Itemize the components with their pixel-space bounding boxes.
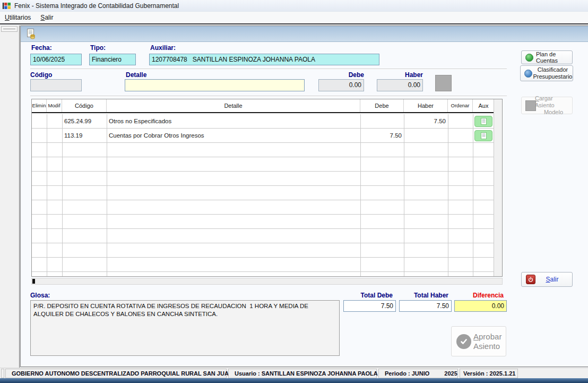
- status-usuario-text: Usuario : SANTILLAN ESPINOZA JOHANNA PAO…: [235, 370, 378, 377]
- codigo-label: Código: [30, 71, 52, 79]
- clasificador-presupuestario-button[interactable]: Clasificador Presupuestario: [520, 65, 573, 81]
- codigo-input[interactable]: [30, 79, 82, 91]
- status-periodo-text: Periodo : JUNIO: [385, 370, 429, 377]
- clasificador-line1: Clasificador: [538, 66, 568, 73]
- fecha-field[interactable]: 10/06/2025: [30, 54, 82, 65]
- status-usuario: Usuario : SANTILLAN ESPINOZA JOHANNA PAO…: [228, 369, 377, 378]
- status-entity: GOBIERNO AUTONOMO DESCENTRALIZADO PARROQ…: [5, 369, 227, 378]
- status-grip: [1, 369, 4, 378]
- mdi-client-area: Fecha: 10/06/2025 Tipo: Financiero Auxil…: [0, 23, 588, 368]
- salir-button[interactable]: Salir: [521, 272, 573, 287]
- status-periodo-year: 2025: [444, 370, 457, 377]
- cell-haber: [404, 129, 446, 142]
- grid-header: Elimin Modif Código Detalle Debe Haber O…: [32, 99, 494, 113]
- document-icon: [481, 132, 487, 139]
- add-entry-button[interactable]: [435, 75, 452, 91]
- cell-debe: 7.50: [360, 129, 402, 142]
- plan-de-cuentas-label: Plan de Cuentas: [536, 51, 572, 64]
- aprobar-line1: Aprobar: [473, 332, 501, 342]
- power-icon: [526, 275, 535, 284]
- haber-label: Haber: [377, 71, 423, 79]
- status-bar: GOBIERNO AUTONOMO DESCENTRALIZADO PARROQ…: [0, 368, 588, 378]
- taskbar-edge: [0, 378, 588, 383]
- salir-button-label: Salir: [535, 276, 569, 283]
- col-header-haber[interactable]: Haber: [404, 99, 448, 112]
- col-header-aux[interactable]: Aux: [473, 99, 494, 112]
- col-header-ordenar[interactable]: Ordenar: [448, 99, 473, 112]
- window-title: Fenix - Sistema Integrado de Contabilida…: [14, 2, 179, 10]
- table-row[interactable]: 625.24.99 Otros no Especificados 7.50: [32, 114, 494, 129]
- col-header-elimin[interactable]: Elimin: [32, 99, 47, 112]
- grid-body: 625.24.99 Otros no Especificados 7.50: [32, 114, 494, 276]
- auxiliar-field[interactable]: 1207708478 SANTILLAN ESPINOZA JOHANNA PA…: [149, 54, 379, 65]
- tipo-field[interactable]: Financiero: [89, 54, 136, 65]
- glosa-label: Glosa:: [30, 292, 50, 299]
- auxiliar-label: Auxiliar:: [150, 44, 176, 52]
- col-header-codigo[interactable]: Código: [62, 99, 107, 112]
- grid-vertical-scrollbar[interactable]: [494, 99, 502, 276]
- aprobar-asiento-button[interactable]: Aprobar Asiento: [451, 326, 506, 356]
- diferencia-label: Diferencia: [454, 292, 504, 299]
- app-icon: [3, 2, 11, 10]
- col-header-detalle[interactable]: Detalle: [107, 99, 360, 112]
- menu-item-utilitarios[interactable]: Utilitarios: [0, 12, 36, 23]
- diferencia-field: 0.00: [454, 300, 507, 312]
- tipo-label: Tipo:: [90, 44, 106, 52]
- total-haber-label: Total Haber: [399, 292, 448, 299]
- report-icon[interactable]: [26, 29, 36, 39]
- fecha-label: Fecha:: [31, 44, 52, 52]
- cell-detalle: Cuentas por Cobrar Otros Ingresos: [109, 129, 358, 142]
- child-toolbar: [21, 26, 588, 42]
- debe-input[interactable]: 0.00: [318, 79, 364, 91]
- cell-debe: [360, 114, 402, 128]
- grid-horizontal-scrollbar[interactable]: [31, 278, 503, 285]
- total-haber-field: 7.50: [399, 300, 452, 312]
- asiento-window: Fecha: 10/06/2025 Tipo: Financiero Auxil…: [20, 25, 588, 367]
- document-icon: [481, 118, 487, 125]
- check-icon: [456, 334, 471, 349]
- cargar-asiento-modelo-button[interactable]: Cargar Asiento Modelo: [521, 97, 573, 114]
- menu-bar: Utilitarios Salir: [0, 12, 588, 23]
- glosa-textarea[interactable]: P/R. DEPOSITO EN CUENTA ROTATIVA DE INGR…: [30, 300, 340, 356]
- status-version-text: Versión : 2025.1.21: [463, 370, 515, 377]
- blue-sphere-icon: [524, 70, 532, 78]
- col-header-debe[interactable]: Debe: [360, 99, 404, 112]
- application-window: Fenix - Sistema Integrado de Contabilida…: [0, 0, 588, 383]
- plan-de-cuentas-button[interactable]: Plan de Cuentas: [521, 50, 573, 64]
- detalle-input[interactable]: [125, 79, 305, 91]
- cargar-line2: Modelo: [544, 109, 563, 116]
- haber-input[interactable]: 0.00: [377, 79, 423, 91]
- status-periodo: 31 Periodo : JUNIO 2025: [378, 369, 458, 378]
- mdi-left-strip: [0, 25, 20, 368]
- window-titlebar: Fenix - Sistema Integrado de Contabilida…: [0, 0, 588, 12]
- col-header-modif[interactable]: Modif: [47, 99, 62, 112]
- cell-haber: 7.50: [404, 114, 446, 128]
- asiento-grid: Elimin Modif Código Detalle Debe Haber O…: [31, 99, 503, 277]
- cell-codigo: 625.24.99: [64, 114, 106, 128]
- detalle-label: Detalle: [126, 71, 146, 79]
- table-row[interactable]: 113.19 Cuentas por Cobrar Otros Ingresos…: [32, 129, 494, 143]
- debe-label: Debe: [318, 71, 364, 79]
- separator: [30, 69, 507, 70]
- aprobar-line2: Asiento: [473, 342, 500, 351]
- menu-item-salir[interactable]: Salir: [36, 12, 58, 23]
- aux-button[interactable]: [474, 130, 492, 141]
- cell-codigo: 113.19: [64, 129, 106, 142]
- total-debe-field: 7.50: [343, 300, 396, 312]
- separator: [30, 96, 507, 97]
- green-sphere-icon: [525, 54, 533, 62]
- status-version: Versión : 2025.1.21: [460, 369, 518, 378]
- gray-square-icon: [525, 100, 536, 111]
- clasificador-line2: Presupuestario: [533, 73, 573, 80]
- aux-button[interactable]: [474, 116, 492, 127]
- collapsed-window-fragment[interactable]: [1, 26, 18, 32]
- cargar-line1: Cargar Asiento: [535, 95, 572, 109]
- status-entity-text: GOBIERNO AUTONOMO DESCENTRALIZADO PARROQ…: [12, 370, 233, 377]
- cell-detalle: Otros no Especificados: [109, 114, 358, 128]
- total-debe-label: Total Debe: [343, 292, 393, 299]
